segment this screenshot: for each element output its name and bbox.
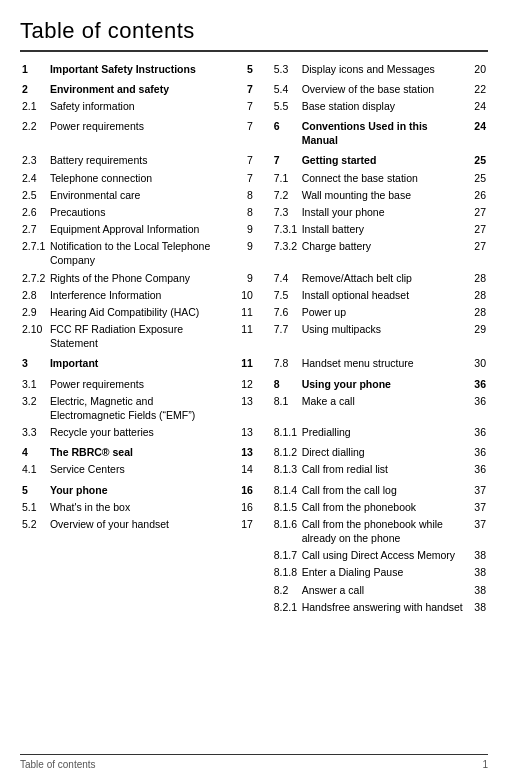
toc-right-page: 27 bbox=[466, 203, 488, 220]
toc-left-title: Important Safety Instructions bbox=[48, 60, 233, 77]
toc-left-page: 7 bbox=[233, 97, 254, 114]
toc-right-page: 25 bbox=[466, 169, 488, 186]
toc-left-page: 8 bbox=[233, 186, 254, 203]
toc-left-num: 2.10 bbox=[20, 321, 48, 352]
toc-gap bbox=[255, 80, 272, 97]
toc-left-page: 16 bbox=[233, 481, 254, 498]
table-row: 2.4Telephone connection77.1Connect the b… bbox=[20, 169, 488, 186]
toc-right-num: 6 bbox=[272, 118, 300, 149]
toc-gap bbox=[255, 424, 272, 441]
table-row: 3.1Power requirements128Using your phone… bbox=[20, 375, 488, 392]
toc-right-title: Wall mounting the base bbox=[300, 186, 467, 203]
toc-right-page: 27 bbox=[466, 238, 488, 269]
toc-right-page: 28 bbox=[466, 269, 488, 286]
toc-left-title: Rights of the Phone Company bbox=[48, 269, 233, 286]
toc-right-num: 7 bbox=[272, 152, 300, 169]
toc-left-title bbox=[48, 598, 233, 615]
toc-right-page: 36 bbox=[466, 392, 488, 423]
toc-gap bbox=[255, 581, 272, 598]
toc-right-page: 27 bbox=[466, 221, 488, 238]
toc-left-page: 13 bbox=[233, 392, 254, 423]
toc-left-title: FCC RF Radiation Exposure Statement bbox=[48, 321, 233, 352]
table-row: 2Environment and safety75.4Overview of t… bbox=[20, 80, 488, 97]
toc-right-num: 8.1.5 bbox=[272, 498, 300, 515]
table-row: 5.2Overview of your handset178.1.6Call f… bbox=[20, 515, 488, 546]
toc-right-page: 30 bbox=[466, 355, 488, 372]
table-row: 8.1.8Enter a Dialing Pause38 bbox=[20, 564, 488, 581]
toc-right-num: 7.3.2 bbox=[272, 238, 300, 269]
toc-right-title: Install battery bbox=[300, 221, 467, 238]
toc-right-title: Call from the call log bbox=[300, 481, 467, 498]
toc-left-title: Service Centers bbox=[48, 461, 233, 478]
table-row: 2.7.2Rights of the Phone Company97.4Remo… bbox=[20, 269, 488, 286]
toc-right-page: 36 bbox=[466, 375, 488, 392]
toc-right-title: Connect the base station bbox=[300, 169, 467, 186]
table-row: 4.1Service Centers148.1.3Call from redia… bbox=[20, 461, 488, 478]
toc-left-page: 9 bbox=[233, 238, 254, 269]
toc-right-title: Base station display bbox=[300, 97, 467, 114]
table-row: 2.3Battery requirements77Getting started… bbox=[20, 152, 488, 169]
toc-left-page: 5 bbox=[233, 60, 254, 77]
toc-left-page: 11 bbox=[233, 303, 254, 320]
toc-left-page: 12 bbox=[233, 375, 254, 392]
toc-right-title: Call from redial list bbox=[300, 461, 467, 478]
toc-right-title: Conventions Used in this Manual bbox=[300, 118, 467, 149]
toc-left-title bbox=[48, 564, 233, 581]
toc-right-title: Direct dialling bbox=[300, 444, 467, 461]
toc-gap bbox=[255, 547, 272, 564]
toc-right-page: 37 bbox=[466, 515, 488, 546]
toc-gap bbox=[255, 303, 272, 320]
toc-right-num: 8.1.7 bbox=[272, 547, 300, 564]
toc-left-num: 3 bbox=[20, 355, 48, 372]
toc-left-page: 11 bbox=[233, 355, 254, 372]
toc-left-title: Safety information bbox=[48, 97, 233, 114]
table-row: 1Important Safety Instructions55.3Displa… bbox=[20, 60, 488, 77]
toc-left-num: 5.2 bbox=[20, 515, 48, 546]
table-row: 3Important117.8Handset menu structure30 bbox=[20, 355, 488, 372]
toc-left-num: 2.1 bbox=[20, 97, 48, 114]
toc-right-title: Handsfree answering with handset bbox=[300, 598, 467, 615]
toc-left-num: 2.7.2 bbox=[20, 269, 48, 286]
toc-right-num: 8.1.6 bbox=[272, 515, 300, 546]
toc-right-num: 8.1 bbox=[272, 392, 300, 423]
toc-gap bbox=[255, 564, 272, 581]
toc-left-title: Battery requirements bbox=[48, 152, 233, 169]
toc-left-page bbox=[233, 581, 254, 598]
toc-right-num: 8.2.1 bbox=[272, 598, 300, 615]
toc-left-title: Power requirements bbox=[48, 118, 233, 149]
table-row: 2.6Precautions87.3Install your phone27 bbox=[20, 203, 488, 220]
toc-right-title: Display icons and Messages bbox=[300, 60, 467, 77]
table-row: 5Your phone168.1.4Call from the call log… bbox=[20, 481, 488, 498]
table-row: 3.3Recycle your batteries138.1.1Prediall… bbox=[20, 424, 488, 441]
toc-right-title: Overview of the base station bbox=[300, 80, 467, 97]
table-row: 4The RBRC® seal138.1.2Direct dialling36 bbox=[20, 444, 488, 461]
toc-left-title: Important bbox=[48, 355, 233, 372]
toc-right-num: 7.5 bbox=[272, 286, 300, 303]
toc-right-title: Call from the phonebook bbox=[300, 498, 467, 515]
toc-right-title: Getting started bbox=[300, 152, 467, 169]
footer: Table of contents 1 bbox=[20, 754, 488, 770]
toc-gap bbox=[255, 375, 272, 392]
toc-left-page: 7 bbox=[233, 169, 254, 186]
toc-left-num: 3.3 bbox=[20, 424, 48, 441]
toc-right-num: 8 bbox=[272, 375, 300, 392]
toc-left-page: 13 bbox=[233, 444, 254, 461]
toc-right-title: Install optional headset bbox=[300, 286, 467, 303]
toc-left-num: 2.7.1 bbox=[20, 238, 48, 269]
toc-gap bbox=[255, 203, 272, 220]
toc-right-page: 24 bbox=[466, 97, 488, 114]
toc-left-num bbox=[20, 581, 48, 598]
toc-right-page: 38 bbox=[466, 547, 488, 564]
toc-right-num: 8.1.2 bbox=[272, 444, 300, 461]
toc-left-page bbox=[233, 547, 254, 564]
toc-left-title: Recycle your batteries bbox=[48, 424, 233, 441]
toc-right-num: 5.3 bbox=[272, 60, 300, 77]
toc-left-num: 3.1 bbox=[20, 375, 48, 392]
toc-right-page: 36 bbox=[466, 461, 488, 478]
toc-left-page: 13 bbox=[233, 424, 254, 441]
toc-left-num: 2 bbox=[20, 80, 48, 97]
toc-right-title: Charge battery bbox=[300, 238, 467, 269]
table-row: 8.2Answer a call38 bbox=[20, 581, 488, 598]
toc-right-title: Remove/Attach belt clip bbox=[300, 269, 467, 286]
toc-right-title: Handset menu structure bbox=[300, 355, 467, 372]
